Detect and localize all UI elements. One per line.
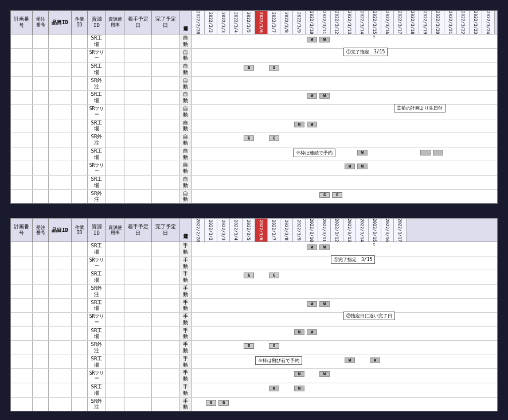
date2-3-17: 2022/3/17	[394, 219, 407, 242]
cell-work	[72, 285, 88, 298]
cell-order	[33, 383, 49, 397]
cell-plan	[11, 285, 33, 298]
cell-resource: SR工場	[88, 270, 106, 284]
gantt-row-6: ②前の計画より先日付	[192, 105, 497, 119]
section1-header: 計画番号 受注番号 品目ID 作業ID 資源ID 資源使用率 着	[11, 11, 497, 34]
cell-plan	[11, 355, 33, 369]
cell-start	[124, 285, 152, 298]
cell-item	[49, 313, 72, 326]
header-end-label: 完了予定日	[153, 16, 178, 29]
cell-rate	[106, 34, 124, 48]
cell-resource: SR外注	[88, 190, 106, 204]
cell-resource: SR外注	[88, 398, 106, 411]
cell-rate	[106, 398, 124, 411]
cell-plan	[11, 105, 33, 119]
cell-rate	[106, 242, 124, 256]
date-3-11: 2022/3/11	[318, 11, 331, 34]
date-3-19: 2022/3/19	[419, 11, 432, 34]
header2-rate: 資源使用率	[106, 219, 124, 242]
cell-plan	[11, 242, 33, 256]
cell-order	[33, 270, 49, 284]
cell-order	[33, 63, 49, 76]
cell-plan	[11, 383, 33, 397]
cell-resource: SRフリー	[88, 105, 106, 119]
table-row: SR工場 自動 G G	[11, 63, 497, 77]
cell-rate	[106, 105, 124, 119]
block-g: G	[269, 135, 279, 141]
cell-mode: 手動	[179, 355, 192, 369]
header2-start-label: 着手予定日	[126, 224, 150, 236]
cell-item	[49, 355, 72, 369]
cell-order	[33, 313, 49, 326]
cell-item	[49, 369, 72, 383]
cell-start	[124, 299, 152, 313]
cell-item	[49, 270, 72, 284]
cell-plan	[11, 256, 33, 270]
date-3-2: 2022/3/2	[205, 11, 217, 34]
gantt-row-7: W W	[192, 119, 497, 133]
header2-start: 着手予定日	[124, 219, 152, 242]
cell-item	[49, 383, 72, 397]
header2-plan-label: 計画番号	[12, 224, 31, 236]
cell-item	[49, 34, 72, 48]
cell-auto: 自動	[179, 133, 192, 147]
block-w: W	[294, 371, 304, 377]
table-row: SR工場 自動	[11, 176, 497, 190]
date-3-7: 2022/3/7	[268, 11, 280, 34]
cell-auto: 自動	[179, 34, 192, 48]
cell-rate	[106, 327, 124, 341]
header-work: 作業ID	[72, 11, 88, 34]
gantt-row2-4	[192, 285, 497, 298]
cell-item	[49, 285, 72, 298]
date2-3-15: 2022/3/15	[369, 219, 381, 242]
cell-resource: SR外注	[88, 285, 106, 298]
cell-order	[33, 190, 49, 204]
cell-plan	[11, 34, 33, 48]
cell-auto: 自動	[179, 119, 192, 133]
block-g: G	[332, 192, 342, 198]
cell-end	[152, 49, 179, 63]
table-row: SR外注 自動 G G	[11, 133, 497, 147]
cell-start	[124, 313, 152, 326]
cell-start	[124, 63, 152, 76]
cell-plan	[11, 49, 33, 63]
cell-plan	[11, 176, 33, 189]
cell-work	[72, 34, 88, 48]
block-w: W	[269, 386, 279, 391]
date-headers-1: 2022/2/28 2022/3/2 2022/3/3 2022/3/4 202…	[192, 11, 497, 34]
cell-plan	[11, 91, 33, 104]
cell-end	[152, 285, 179, 298]
cell-end	[152, 398, 179, 411]
gantt-row2-5: W W	[192, 299, 497, 313]
block-w: W	[307, 93, 317, 99]
cell-start	[124, 133, 152, 147]
header-order-label: 受注番号	[34, 17, 47, 28]
cell-start	[124, 91, 152, 104]
cell-work	[72, 398, 88, 411]
block-w: W	[345, 164, 355, 169]
annotation2-1: ①完了指定 3/15	[331, 255, 375, 264]
main-container: 計画番号 受注番号 品目ID 作業ID 資源ID 資源使用率 着	[6, 6, 502, 420]
header-rate-label: 資源使用率	[108, 17, 122, 28]
gantt-row2-10: W W	[192, 369, 497, 383]
date2-2-28: 2022/2/28	[192, 219, 205, 242]
cell-order	[33, 91, 49, 104]
cell-order	[33, 77, 49, 91]
cell-work	[72, 105, 88, 119]
header-work-label: 作業ID	[75, 17, 84, 28]
cell-mode: 手動	[179, 369, 192, 383]
header2-item: 品目ID	[49, 219, 72, 242]
header2-resource-label: 資源ID	[89, 224, 104, 236]
cell-work	[72, 369, 88, 383]
cell-rate	[106, 63, 124, 76]
gantt-row-11	[192, 176, 497, 189]
header-item: 品目ID	[49, 11, 72, 34]
gantt-row-3: G G	[192, 63, 497, 76]
header-auto: 資源確定	[179, 11, 192, 34]
cell-work	[72, 119, 88, 133]
cell-resource: SR工場	[88, 242, 106, 256]
cell-start	[124, 341, 152, 355]
cell-item	[49, 341, 72, 355]
block-w: W	[370, 357, 380, 363]
cell-auto: 自動	[179, 161, 192, 175]
